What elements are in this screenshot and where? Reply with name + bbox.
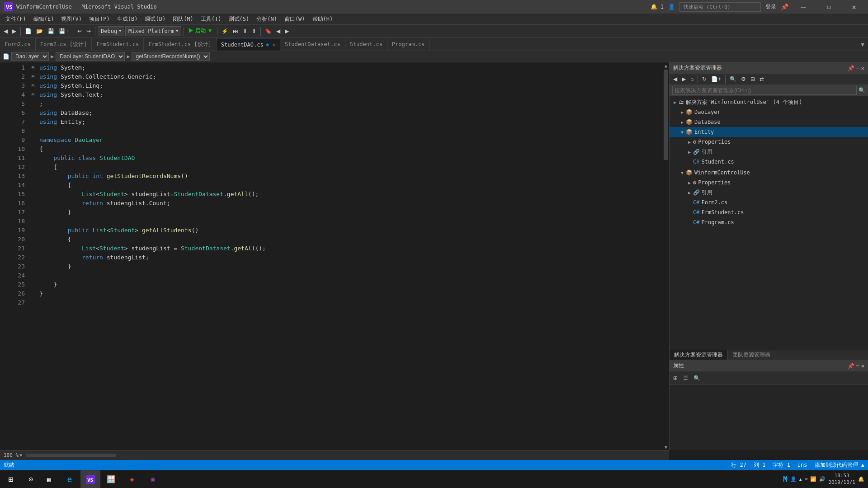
se-collapse-btn[interactable]: ─	[856, 65, 859, 71]
pin-icon[interactable]: 📌	[781, 3, 788, 10]
hscroll[interactable]	[26, 453, 662, 458]
tree-entity-props[interactable]: ▶ ⚙ Properties	[670, 137, 868, 147]
se-tab-team[interactable]: 团队资源管理器	[728, 350, 775, 360]
back-btn[interactable]: ◀	[2, 27, 9, 35]
step-in-btn[interactable]: ⬇	[241, 27, 249, 35]
start-btn[interactable]: ▶ 启动 ▼	[186, 26, 215, 36]
menu-tools[interactable]: 工具(T)	[197, 14, 225, 24]
tab-form2design[interactable]: Form2.cs [设计]	[36, 38, 92, 51]
se-tab-explorer[interactable]: 解决方案资源管理器	[670, 350, 728, 360]
tab-frmstudent[interactable]: FrmStudent.cs	[92, 38, 144, 51]
tree-entity[interactable]: ▼ 📦 Entity	[670, 127, 868, 137]
status-ready[interactable]: 就绪	[4, 461, 14, 469]
code-content[interactable]: using System; using System.Collections.G…	[38, 62, 663, 450]
tab-form2cs[interactable]: Form2.cs	[0, 38, 36, 51]
scroll-up-btn[interactable]: ▲	[663, 62, 669, 69]
hscroll-thumb[interactable]	[26, 454, 116, 457]
tree-daolayer[interactable]: ▶ 📦 DaoLayer	[670, 107, 868, 117]
tree-winform[interactable]: ▼ 📦 WinformControlUse	[670, 168, 868, 178]
menu-help[interactable]: 帮助(H)	[309, 14, 337, 24]
tree-frmstudent[interactable]: ▶ C# FrmStudent.cs	[670, 207, 868, 217]
se-filter-btn[interactable]: 🔍	[728, 75, 738, 83]
tab-studentdao[interactable]: StudentDAO.cs ● ✕	[217, 38, 280, 51]
tree-solution[interactable]: ▶ 🗂 解决方案'WinformControlUse' (4 个项目)	[670, 97, 868, 107]
minimize-btn[interactable]: ─	[793, 0, 814, 14]
menu-window[interactable]: 窗口(W)	[281, 14, 309, 24]
menu-test[interactable]: 测试(S)	[225, 14, 253, 24]
status-source-control[interactable]: 添加到源代码管理 ▲	[815, 461, 864, 469]
menu-team[interactable]: 团队(M)	[169, 14, 197, 24]
forward-btn[interactable]: ▶	[10, 27, 18, 35]
tab-studentdataset[interactable]: StudentDataset.cs	[280, 38, 345, 51]
undo-btn[interactable]: ↩	[75, 27, 84, 35]
tab-more-btn[interactable]: ▼	[857, 38, 868, 51]
menu-file[interactable]: 文件(F)	[2, 14, 30, 24]
prop-search-btn[interactable]: 🔍	[692, 374, 702, 382]
tree-program[interactable]: ▶ C# Program.cs	[670, 217, 868, 227]
taskbar-search[interactable]: ⊙	[22, 470, 40, 488]
scroll-down-btn[interactable]: ▼	[663, 444, 669, 450]
se-newfile-btn[interactable]: 📄+	[709, 75, 723, 83]
taskbar-clock[interactable]: 18:53 2019/10/1	[828, 473, 855, 486]
zoom-dropdown[interactable]: ▼	[19, 453, 22, 458]
close-btn[interactable]: ✕	[844, 0, 864, 14]
se-props-btn[interactable]: ⚙	[739, 75, 748, 83]
step-out-btn[interactable]: ⬆	[250, 27, 258, 35]
step-over-btn[interactable]: ⏭	[231, 27, 240, 35]
search-input[interactable]: 快速启动 (Ctrl+Q)	[679, 2, 761, 12]
se-close-btn[interactable]: ✕	[861, 65, 864, 71]
editor-vscroll[interactable]: ▲ ▼	[663, 62, 669, 450]
tab-close-btn[interactable]: ✕	[273, 42, 275, 47]
prop-list-btn[interactable]: ☰	[681, 374, 690, 382]
menu-analyze[interactable]: 分析(N)	[253, 14, 281, 24]
start-btn[interactable]: ⊞	[0, 470, 22, 488]
taskbar-keyboard[interactable]: ⌨	[805, 476, 808, 482]
namespace-select[interactable]: DaoLayer	[11, 52, 49, 61]
menu-build[interactable]: 生成(B)	[113, 14, 142, 24]
se-sync-btn[interactable]: ⇄	[758, 75, 766, 83]
attach-btn[interactable]: ⚡	[220, 27, 230, 35]
taskbar-app3[interactable]: 🪟	[101, 470, 121, 488]
tab-student[interactable]: Student.cs	[345, 38, 387, 51]
tree-winform-refs[interactable]: ▶ 🔗 引用	[670, 188, 868, 197]
se-refresh-btn[interactable]: ↻	[700, 75, 708, 83]
menu-debug[interactable]: 调试(D)	[141, 14, 169, 24]
prop-grid-btn[interactable]: ⊞	[671, 374, 679, 382]
tree-entity-refs[interactable]: ▶ 🔗 引用	[670, 147, 868, 157]
taskbar-ie[interactable]: e	[60, 470, 80, 488]
new-file-btn[interactable]: 📄	[23, 27, 33, 35]
menu-project[interactable]: 项目(P)	[85, 14, 113, 24]
se-forward-btn[interactable]: ▶	[680, 75, 688, 83]
open-btn[interactable]: 📂	[34, 27, 45, 35]
taskbar-volume[interactable]: 🔊	[819, 476, 826, 482]
taskbar-app5[interactable]: ◉	[143, 470, 163, 488]
se-home-btn[interactable]: ⌂	[689, 75, 695, 83]
menu-view[interactable]: 视图(V)	[57, 14, 85, 24]
next-bookmark-btn[interactable]: ▶	[283, 27, 291, 35]
fold-13[interactable]: ⊟	[28, 81, 38, 90]
save-all-btn[interactable]: 💾+	[57, 27, 71, 35]
se-search-input[interactable]	[672, 86, 857, 95]
taskbar-app4[interactable]: ◈	[122, 470, 142, 488]
notification-icon[interactable]: 🔔 1	[651, 4, 664, 10]
tree-student-cs[interactable]: ▶ C# Student.cs	[670, 157, 868, 167]
redo-btn[interactable]: ↪	[85, 27, 93, 35]
zoom-level[interactable]: 100 %	[4, 452, 19, 458]
scroll-thumb[interactable]	[664, 70, 668, 160]
tab-frmstudentdesign[interactable]: FrmStudent.cs [设计]	[144, 38, 217, 51]
se-back-btn[interactable]: ◀	[671, 75, 679, 83]
fold-11[interactable]: ⊟	[28, 72, 38, 81]
taskbar-taskview[interactable]: ▦	[40, 470, 58, 488]
prop-collapse-btn[interactable]: ─	[856, 363, 859, 369]
taskbar-chevron[interactable]: ▲	[799, 477, 802, 482]
prop-pin-btn[interactable]: 📌	[848, 363, 854, 369]
config-dropdown[interactable]: Debug ▼	[98, 26, 124, 36]
fold-19[interactable]: ⊟	[28, 90, 38, 99]
se-tree[interactable]: ▶ 🗂 解决方案'WinformControlUse' (4 个项目) ▶ 📦 …	[670, 96, 868, 350]
tree-form2[interactable]: ▶ C# Form2.cs	[670, 197, 868, 207]
taskbar-vs[interactable]: VS	[80, 470, 100, 488]
restore-btn[interactable]: ◻	[818, 0, 839, 14]
tree-database[interactable]: ▶ 📦 DataBase	[670, 117, 868, 127]
login-btn[interactable]: 登录	[765, 3, 776, 11]
save-btn[interactable]: 💾	[46, 27, 56, 35]
